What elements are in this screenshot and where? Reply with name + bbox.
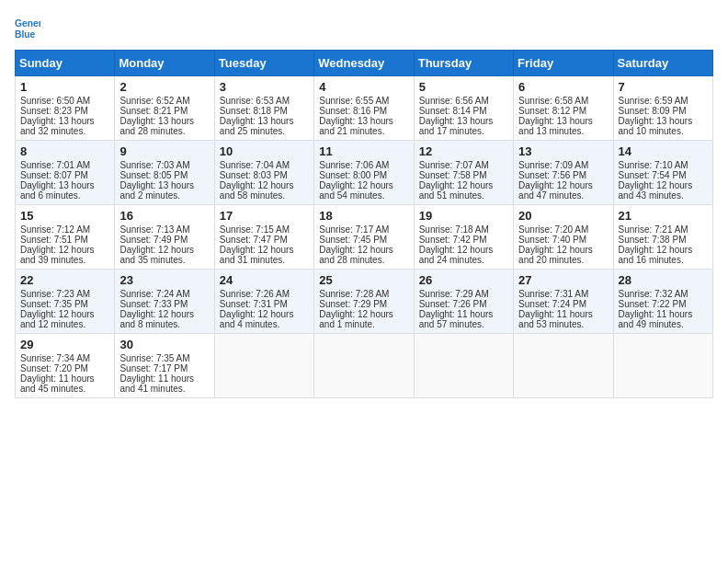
day-of-week-header: Saturday	[613, 51, 712, 76]
day-number: 11	[319, 144, 408, 158]
sunrise-text: Sunrise: 7:03 AM	[119, 160, 189, 170]
day-number: 8	[20, 144, 109, 158]
daylight-text: Daylight: 13 hours and 2 minutes.	[119, 180, 194, 201]
sunset-text: Sunset: 8:09 PM	[619, 106, 687, 116]
calendar-cell: 30 Sunrise: 7:35 AM Sunset: 7:17 PM Dayl…	[115, 334, 214, 398]
svg-text:Blue: Blue	[15, 29, 36, 40]
daylight-text: Daylight: 12 hours and 1 minute.	[319, 309, 393, 329]
day-number: 24	[220, 273, 309, 287]
sunrise-text: Sunrise: 7:10 AM	[619, 160, 688, 170]
daylight-text: Daylight: 13 hours and 13 minutes.	[518, 116, 593, 136]
sunrise-text: Sunrise: 6:56 AM	[419, 96, 489, 106]
daylight-text: Daylight: 13 hours and 28 minutes.	[119, 116, 194, 136]
day-number: 20	[518, 209, 608, 223]
daylight-text: Daylight: 13 hours and 25 minutes.	[220, 116, 294, 136]
sunrise-text: Sunrise: 7:15 AM	[220, 224, 290, 235]
daylight-text: Daylight: 12 hours and 20 minutes.	[518, 245, 593, 265]
calendar-cell	[214, 334, 313, 398]
day-number: 15	[20, 209, 109, 223]
sunset-text: Sunset: 7:54 PM	[619, 170, 687, 180]
calendar-cell	[613, 334, 712, 398]
calendar: SundayMondayTuesdayWednesdayThursdayFrid…	[15, 50, 713, 398]
sunrise-text: Sunrise: 7:31 AM	[518, 289, 588, 299]
logo-icon: General Blue	[15, 15, 40, 40]
daylight-text: Daylight: 12 hours and 43 minutes.	[619, 180, 693, 201]
calendar-cell: 15 Sunrise: 7:12 AM Sunset: 7:51 PM Dayl…	[16, 205, 115, 270]
calendar-cell: 29 Sunrise: 7:34 AM Sunset: 7:20 PM Dayl…	[16, 334, 115, 398]
sunrise-text: Sunrise: 7:07 AM	[419, 160, 489, 170]
daylight-text: Daylight: 12 hours and 39 minutes.	[20, 245, 95, 265]
day-number: 13	[518, 144, 608, 158]
day-number: 4	[319, 80, 408, 94]
calendar-cell: 16 Sunrise: 7:13 AM Sunset: 7:49 PM Dayl…	[115, 205, 214, 270]
sunset-text: Sunset: 8:03 PM	[220, 170, 288, 180]
sunset-text: Sunset: 7:58 PM	[419, 170, 487, 180]
calendar-cell	[414, 334, 513, 398]
sunset-text: Sunset: 8:14 PM	[419, 106, 487, 116]
calendar-cell: 23 Sunrise: 7:24 AM Sunset: 7:33 PM Dayl…	[115, 270, 214, 334]
calendar-cell: 1 Sunrise: 6:50 AM Sunset: 8:23 PM Dayli…	[16, 76, 115, 141]
calendar-cell: 18 Sunrise: 7:17 AM Sunset: 7:45 PM Dayl…	[314, 205, 414, 270]
header-row: SundayMondayTuesdayWednesdayThursdayFrid…	[16, 51, 713, 76]
daylight-text: Daylight: 11 hours and 53 minutes.	[518, 309, 593, 329]
calendar-cell	[314, 334, 414, 398]
sunset-text: Sunset: 7:33 PM	[119, 299, 188, 309]
svg-text:General: General	[15, 18, 40, 29]
calendar-cell: 4 Sunrise: 6:55 AM Sunset: 8:16 PM Dayli…	[314, 76, 414, 141]
day-of-week-header: Wednesday	[314, 51, 414, 76]
logo: General Blue	[15, 15, 44, 40]
sunrise-text: Sunrise: 6:50 AM	[20, 96, 90, 106]
sunrise-text: Sunrise: 7:34 AM	[20, 353, 90, 363]
sunset-text: Sunset: 8:00 PM	[319, 170, 387, 180]
calendar-cell: 5 Sunrise: 6:56 AM Sunset: 8:14 PM Dayli…	[414, 76, 513, 141]
daylight-text: Daylight: 13 hours and 10 minutes.	[619, 116, 693, 136]
sunset-text: Sunset: 8:16 PM	[319, 106, 387, 116]
day-of-week-header: Thursday	[414, 51, 513, 76]
calendar-cell: 2 Sunrise: 6:52 AM Sunset: 8:21 PM Dayli…	[115, 76, 214, 141]
sunset-text: Sunset: 7:26 PM	[419, 299, 487, 309]
day-number: 17	[220, 209, 309, 223]
day-number: 14	[619, 144, 708, 158]
day-number: 9	[119, 144, 209, 158]
day-number: 2	[119, 80, 209, 94]
sunset-text: Sunset: 8:18 PM	[220, 106, 288, 116]
page-header: General Blue	[15, 15, 713, 40]
day-number: 7	[619, 80, 708, 94]
calendar-cell: 19 Sunrise: 7:18 AM Sunset: 7:42 PM Dayl…	[414, 205, 513, 270]
day-number: 28	[619, 273, 708, 287]
sunset-text: Sunset: 7:24 PM	[518, 299, 586, 309]
day-number: 27	[518, 273, 608, 287]
sunrise-text: Sunrise: 7:12 AM	[20, 224, 90, 235]
sunrise-text: Sunrise: 6:53 AM	[220, 96, 290, 106]
calendar-week-row: 8 Sunrise: 7:01 AM Sunset: 8:07 PM Dayli…	[16, 141, 713, 205]
day-number: 16	[119, 209, 209, 223]
sunrise-text: Sunrise: 7:06 AM	[319, 160, 389, 170]
day-number: 22	[20, 273, 109, 287]
day-number: 3	[220, 80, 309, 94]
day-of-week-header: Friday	[514, 51, 613, 76]
sunset-text: Sunset: 7:38 PM	[619, 235, 687, 245]
calendar-cell: 20 Sunrise: 7:20 AM Sunset: 7:40 PM Dayl…	[514, 205, 613, 270]
calendar-week-row: 29 Sunrise: 7:34 AM Sunset: 7:20 PM Dayl…	[16, 334, 713, 398]
sunrise-text: Sunrise: 6:52 AM	[119, 96, 189, 106]
day-of-week-header: Tuesday	[214, 51, 313, 76]
calendar-cell: 26 Sunrise: 7:29 AM Sunset: 7:26 PM Dayl…	[414, 270, 513, 334]
sunrise-text: Sunrise: 7:35 AM	[119, 353, 189, 363]
sunrise-text: Sunrise: 7:21 AM	[619, 224, 688, 235]
sunset-text: Sunset: 7:22 PM	[619, 299, 687, 309]
sunset-text: Sunset: 7:17 PM	[119, 363, 188, 373]
day-number: 5	[419, 80, 508, 94]
day-number: 25	[319, 273, 408, 287]
daylight-text: Daylight: 13 hours and 17 minutes.	[419, 116, 494, 136]
day-number: 10	[220, 144, 309, 158]
day-number: 21	[619, 209, 708, 223]
sunrise-text: Sunrise: 7:17 AM	[319, 224, 389, 235]
sunset-text: Sunset: 7:49 PM	[119, 235, 188, 245]
day-of-week-header: Monday	[115, 51, 214, 76]
sunset-text: Sunset: 7:51 PM	[20, 235, 88, 245]
sunset-text: Sunset: 8:07 PM	[20, 170, 88, 180]
calendar-cell: 9 Sunrise: 7:03 AM Sunset: 8:05 PM Dayli…	[115, 141, 214, 205]
calendar-cell: 13 Sunrise: 7:09 AM Sunset: 7:56 PM Dayl…	[514, 141, 613, 205]
sunset-text: Sunset: 7:45 PM	[319, 235, 387, 245]
sunrise-text: Sunrise: 7:24 AM	[119, 289, 189, 299]
